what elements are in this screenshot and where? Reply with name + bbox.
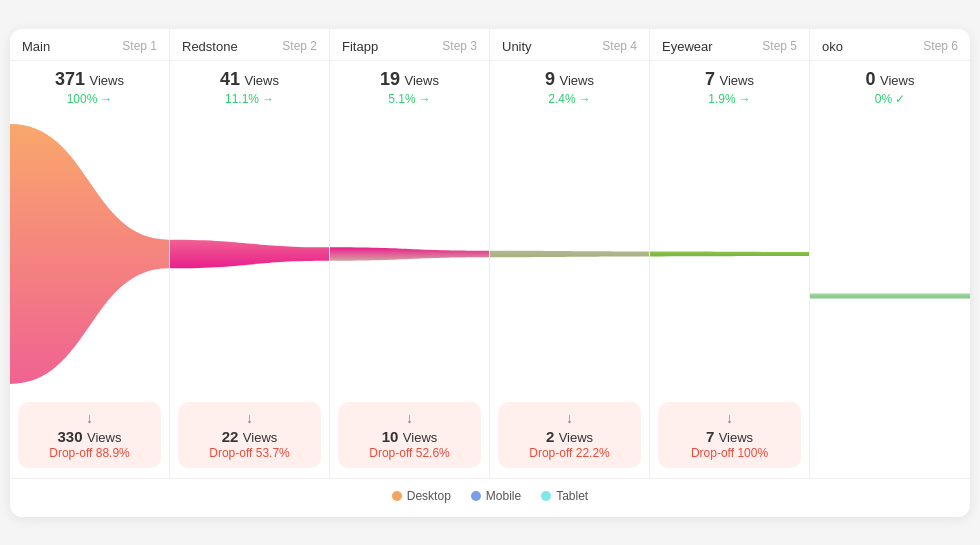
pct-row-3: 5.1%→ <box>342 92 477 106</box>
views-count-2: 41 Views <box>182 69 317 90</box>
funnel-visual-5 <box>650 114 809 394</box>
step-header-2: RedstoneStep 2 <box>170 29 329 61</box>
dropoff-views-5: 7 Views <box>668 428 791 446</box>
pct-row-5: 1.9%→ <box>662 92 797 106</box>
step-number-3: Step 3 <box>442 39 477 53</box>
pct-row-2: 11.1%→ <box>182 92 317 106</box>
step-number-1: Step 1 <box>122 39 157 53</box>
step-header-5: EyewearStep 5 <box>650 29 809 61</box>
step-name-1: Main <box>22 39 50 54</box>
views-count-3: 19 Views <box>342 69 477 90</box>
dropoff-label-4: Drop-off 22.2% <box>508 446 631 460</box>
views-count-1: 371 Views <box>22 69 157 90</box>
views-count-5: 7 Views <box>662 69 797 90</box>
funnel-visual-6 <box>810 114 970 478</box>
step-header-3: FitappStep 3 <box>330 29 489 61</box>
dropoff-label-2: Drop-off 53.7% <box>188 446 311 460</box>
step-stats-4: 9 Views2.4%→ <box>490 61 649 114</box>
dropoff-box-5: ↓7 ViewsDrop-off 100% <box>658 402 801 468</box>
step-name-4: Unity <box>502 39 532 54</box>
step-header-4: UnityStep 4 <box>490 29 649 61</box>
step-number-6: Step 6 <box>923 39 958 53</box>
dropoff-views-3: 10 Views <box>348 428 471 446</box>
step-stats-6: 0 Views0%✓ <box>810 61 970 114</box>
step-col-3: FitappStep 319 Views5.1%→↓10 ViewsDrop-o… <box>330 29 490 478</box>
step-stats-2: 41 Views11.1%→ <box>170 61 329 114</box>
legend-dot-desktop <box>392 491 402 501</box>
step-col-6: okoStep 60 Views0%✓ <box>810 29 970 478</box>
step-header-1: MainStep 1 <box>10 29 169 61</box>
step-stats-3: 19 Views5.1%→ <box>330 61 489 114</box>
legend-label-tablet: Tablet <box>556 489 588 503</box>
dropoff-box-3: ↓10 ViewsDrop-off 52.6% <box>338 402 481 468</box>
step-stats-5: 7 Views1.9%→ <box>650 61 809 114</box>
step-number-2: Step 2 <box>282 39 317 53</box>
step-col-1: MainStep 1371 Views100%→↓330 ViewsDrop-o… <box>10 29 170 478</box>
dropoff-views-1: 330 Views <box>28 428 151 446</box>
dropoff-label-1: Drop-off 88.9% <box>28 446 151 460</box>
dropoff-box-2: ↓22 ViewsDrop-off 53.7% <box>178 402 321 468</box>
legend-dot-tablet <box>541 491 551 501</box>
legend-label-desktop: Desktop <box>407 489 451 503</box>
funnel-visual-1 <box>10 114 169 394</box>
step-number-4: Step 4 <box>602 39 637 53</box>
step-name-2: Redstone <box>182 39 238 54</box>
legend: DesktopMobileTablet <box>10 479 970 517</box>
pct-row-1: 100%→ <box>22 92 157 106</box>
step-col-4: UnityStep 49 Views2.4%→↓2 ViewsDrop-off … <box>490 29 650 478</box>
step-name-3: Fitapp <box>342 39 378 54</box>
step-header-6: okoStep 6 <box>810 29 970 61</box>
funnel-visual-4 <box>490 114 649 394</box>
legend-item-tablet: Tablet <box>541 489 588 503</box>
pct-row-6: 0%✓ <box>822 92 958 106</box>
views-count-4: 9 Views <box>502 69 637 90</box>
dropoff-box-4: ↓2 ViewsDrop-off 22.2% <box>498 402 641 468</box>
funnel-visual-3 <box>330 114 489 394</box>
dropoff-views-4: 2 Views <box>508 428 631 446</box>
funnel-card: MainStep 1371 Views100%→↓330 ViewsDrop-o… <box>10 29 970 517</box>
legend-item-desktop: Desktop <box>392 489 451 503</box>
step-number-5: Step 5 <box>762 39 797 53</box>
step-stats-1: 371 Views100%→ <box>10 61 169 114</box>
funnel-grid: MainStep 1371 Views100%→↓330 ViewsDrop-o… <box>10 29 970 479</box>
funnel-visual-2 <box>170 114 329 394</box>
legend-dot-mobile <box>471 491 481 501</box>
step-name-6: oko <box>822 39 843 54</box>
dropoff-label-5: Drop-off 100% <box>668 446 791 460</box>
legend-label-mobile: Mobile <box>486 489 521 503</box>
step-col-2: RedstoneStep 241 Views11.1%→↓22 ViewsDro… <box>170 29 330 478</box>
dropoff-label-3: Drop-off 52.6% <box>348 446 471 460</box>
step-name-5: Eyewear <box>662 39 713 54</box>
views-count-6: 0 Views <box>822 69 958 90</box>
step-col-5: EyewearStep 57 Views1.9%→↓7 ViewsDrop-of… <box>650 29 810 478</box>
pct-row-4: 2.4%→ <box>502 92 637 106</box>
legend-item-mobile: Mobile <box>471 489 521 503</box>
dropoff-box-1: ↓330 ViewsDrop-off 88.9% <box>18 402 161 468</box>
dropoff-views-2: 22 Views <box>188 428 311 446</box>
